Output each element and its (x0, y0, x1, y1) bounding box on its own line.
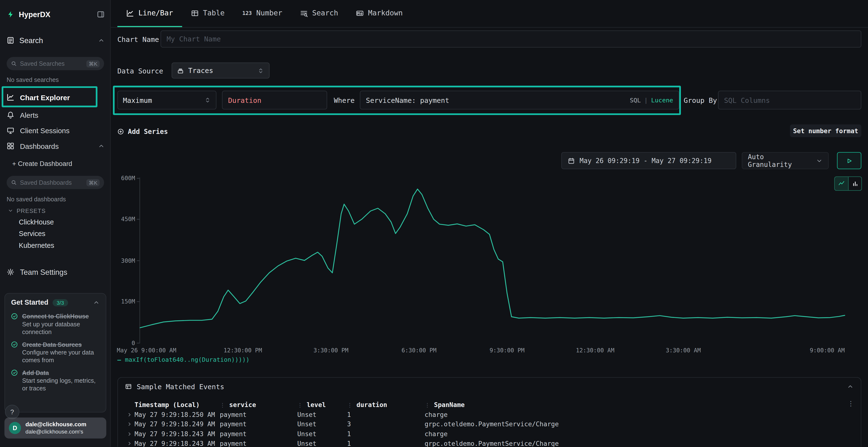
column-header[interactable]: ⋮duration (347, 401, 425, 409)
event-row[interactable]: May 27 9:29:18.249 AMpaymentUnset3grpc.o… (118, 419, 861, 429)
column-header[interactable]: ⋮SpanName (425, 401, 847, 409)
aggregation-select[interactable]: Maximum (117, 91, 217, 110)
gear-icon (7, 268, 14, 276)
tab-line-bar[interactable]: Line/Bar (117, 0, 182, 27)
tab-search[interactable]: Search (291, 0, 347, 27)
sidebar-item-dashboards[interactable]: Dashboards (7, 139, 105, 153)
expand-row-icon[interactable] (127, 441, 132, 446)
user-email: dale@clickhouse.com (26, 421, 87, 428)
create-dashboard-link[interactable]: + Create Dashboard (12, 160, 72, 168)
where-label: Where (334, 96, 354, 104)
granularity-select[interactable]: Auto Granularity (742, 152, 829, 169)
where-query-input[interactable]: ServiceName: payment SQL|Lucene (360, 91, 679, 110)
add-series-button[interactable]: Add Series (117, 126, 168, 137)
date-range-picker[interactable]: May 26 09:29:19 - May 27 09:29:19 (561, 152, 736, 169)
number-123-icon: 123 (242, 10, 252, 16)
play-icon (846, 157, 852, 164)
saved-dashboards-input[interactable]: Saved Dashboards ⌘K (7, 176, 104, 189)
get-started-card: Get Started 3/3 Connect to ClickHouse Se… (4, 293, 106, 413)
tab-table[interactable]: Table (182, 0, 234, 27)
run-query-button[interactable] (837, 152, 861, 169)
set-number-format-button[interactable]: Set number format (790, 125, 861, 137)
chart-name-input[interactable] (161, 30, 862, 47)
preset-services[interactable]: Services (19, 230, 45, 238)
x-tick-label: 12:30:00 AM (576, 347, 614, 353)
x-axis-tick-labels: May 26 9:00:00 AM12:30:00 PM3:30:00 PM6:… (140, 347, 845, 354)
presets-section-header[interactable]: PRESETS (8, 207, 45, 214)
sidebar: HyperDX Search Saved Searches ⌘K No save… (0, 0, 111, 447)
expand-row-icon[interactable] (127, 412, 132, 417)
chevron-up-icon[interactable] (98, 37, 105, 44)
column-grip-icon[interactable]: ⋮ (297, 402, 303, 408)
sidebar-item-chart-explorer[interactable]: Chart Explorer (7, 91, 105, 104)
shortcut-badge: ⌘K (87, 60, 100, 67)
column-header[interactable]: ⋮level (297, 401, 347, 409)
chevron-down-icon (8, 208, 13, 213)
chevron-down-icon (816, 157, 823, 164)
event-row[interactable]: May 27 9:29:18.250 AMpaymentUnset1charge (118, 410, 861, 419)
check-circle-icon (11, 369, 18, 376)
lucene-mode-toggle[interactable]: Lucene (651, 97, 673, 104)
tab-number[interactable]: 123 Number (234, 0, 291, 27)
bell-icon (7, 111, 14, 119)
sidebar-item-client-sessions[interactable]: Client Sessions (7, 124, 105, 137)
x-tick-label: 12:30:00 PM (223, 347, 262, 353)
column-grip-icon[interactable]: ⋮ (347, 402, 353, 408)
bar-chart-icon (851, 180, 858, 187)
avatar: D (9, 422, 21, 434)
help-button[interactable]: ? (5, 405, 20, 419)
chart-series-line (140, 189, 845, 328)
event-row[interactable]: May 27 9:29:18.243 AMpaymentUnset1charge (118, 429, 861, 439)
sidebar-item-team-settings[interactable]: Team Settings (7, 265, 105, 279)
table-icon (191, 9, 198, 17)
saved-searches-input[interactable]: Saved Searches ⌘K (7, 57, 104, 70)
sidebar-item-alerts[interactable]: Alerts (7, 108, 105, 122)
events-table-icon (125, 383, 132, 390)
chart-legend[interactable]: — maxIf(toFloat640..ng(Duration))))) (117, 356, 250, 364)
events-title: Sample Matched Events (137, 382, 224, 391)
search-list-icon (300, 9, 308, 17)
search-icon (11, 61, 17, 66)
stack-icon (177, 67, 184, 74)
expand-row-icon[interactable] (127, 421, 132, 427)
x-tick-label: May 26 9:00:00 AM (117, 347, 176, 353)
table-options-icon[interactable]: ⋮ (847, 400, 854, 408)
sql-mode-toggle[interactable]: SQL (630, 97, 641, 104)
preset-kubernetes[interactable]: Kubernetes (19, 242, 54, 249)
get-started-item[interactable]: Create Data Sources Configure where your… (5, 337, 106, 365)
plus-circle-icon (117, 128, 124, 135)
legend-swatch: — (117, 356, 121, 364)
chevron-up-icon[interactable] (93, 299, 100, 306)
line-chart-plot[interactable] (140, 177, 845, 344)
get-started-progress-badge: 3/3 (53, 299, 68, 306)
search-section-header[interactable]: Search (7, 34, 105, 47)
legend-series-label: maxIf(toFloat640..ng(Duration))))) (125, 356, 250, 364)
column-grip-icon[interactable]: ⋮ (220, 402, 225, 408)
tab-markdown[interactable]: Markdown (347, 0, 411, 27)
column-header[interactable]: ⋮service (220, 401, 297, 409)
group-by-input[interactable] (718, 91, 862, 110)
user-account-chip[interactable]: D dale@clickhouse.com dale@clickhouse.co… (4, 417, 106, 438)
brand-name: HyperDX (19, 10, 51, 18)
get-started-item[interactable]: Connect to ClickHouse Set up your databa… (5, 309, 106, 337)
column-header[interactable]: Timestamp (Local) (134, 401, 220, 409)
search-icon (11, 180, 17, 185)
no-saved-searches-text: No saved searches (7, 76, 59, 83)
get-started-item[interactable]: Add Data Start sending logs, metrics, or… (5, 365, 106, 393)
calendar-icon (568, 157, 575, 164)
collapse-sidebar-icon[interactable] (97, 10, 105, 18)
chevron-up-icon[interactable] (98, 143, 105, 149)
check-circle-icon (11, 313, 18, 319)
events-header-row: Timestamp (Local) ⋮service ⋮level ⋮durat… (118, 400, 861, 410)
hyperdx-logo-icon (7, 10, 14, 18)
data-source-select[interactable]: Traces (172, 62, 270, 78)
expand-row-icon[interactable] (127, 431, 132, 437)
bar-display-button[interactable] (848, 177, 861, 190)
column-grip-icon[interactable]: ⋮ (425, 402, 430, 408)
event-row[interactable]: May 27 9:29:18.243 AMpaymentUnset1grpc.o… (118, 439, 861, 447)
line-chart-icon (126, 9, 134, 17)
preset-clickhouse[interactable]: ClickHouse (19, 218, 54, 226)
field-input[interactable] (222, 91, 327, 110)
collapse-panel-icon[interactable] (847, 383, 854, 390)
group-by-label: Group By (684, 96, 717, 104)
